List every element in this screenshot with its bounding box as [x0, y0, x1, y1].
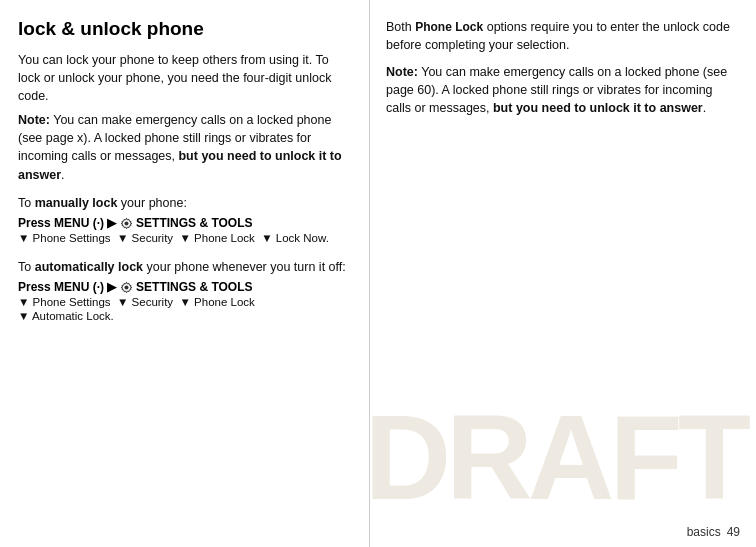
page-container: lock & unlock phone You can lock your ph…: [0, 0, 756, 547]
right-column: Both Phone Lock options require you to e…: [370, 0, 756, 547]
note-paragraph-1: Note: You can make emergency calls on a …: [18, 111, 353, 184]
page-footer: basics 49: [370, 517, 756, 547]
settings-label-2: SETTINGS & TOOLS: [136, 280, 252, 294]
menu-dot-2: (·): [93, 280, 104, 294]
page-number: 49: [727, 525, 740, 539]
right-note-paragraph: Note: You can make emergency calls on a …: [386, 63, 740, 117]
settings-label-1: SETTINGS & TOOLS: [136, 216, 252, 230]
gear-icon-1: [120, 217, 133, 230]
right-intro-text: Both: [386, 20, 415, 34]
press-menu-2: Press MENU: [18, 280, 89, 294]
breadcrumb-2b: ▼ Security: [117, 296, 173, 308]
page-title: lock & unlock phone: [18, 18, 353, 41]
intro-paragraph: You can lock your phone to keep others f…: [18, 51, 353, 105]
menu-line-2: Press MENU (·) ▶ SETTINGS & TOOLS: [18, 280, 353, 294]
breadcrumb-2d: ▼ Automatic Lock: [18, 310, 111, 322]
menu-arrow-1: ▶: [107, 216, 116, 230]
manual-to: To: [18, 196, 35, 210]
draft-watermark: DRAFT: [364, 397, 746, 517]
auto-to: To: [18, 260, 35, 274]
breadcrumb-1d: ▼ Lock Now: [261, 232, 325, 244]
auto-rest: your phone whenever you turn it off:: [143, 260, 346, 274]
manual-bold: manually lock: [35, 196, 118, 210]
left-column: lock & unlock phone You can lock your ph…: [0, 0, 370, 547]
note-label-right: Note:: [386, 65, 418, 79]
menu-dot-1: (·): [93, 216, 104, 230]
page-label: basics: [687, 525, 721, 539]
breadcrumb-1b: ▼ Security: [117, 232, 173, 244]
right-intro-paragraph: Both Phone Lock options require you to e…: [386, 18, 740, 55]
note-end-1: .: [61, 168, 64, 182]
manual-rest: your phone:: [117, 196, 187, 210]
breadcrumb-1c: ▼ Phone Lock: [180, 232, 255, 244]
auto-lock-intro: To automatically lock your phone wheneve…: [18, 258, 353, 276]
menu-arrow-2: ▶: [107, 280, 116, 294]
note-label-1: Note:: [18, 113, 50, 127]
manual-lock-intro: To manually lock your phone:: [18, 194, 353, 212]
press-menu-1: Press MENU: [18, 216, 89, 230]
auto-bold: automatically lock: [35, 260, 143, 274]
breadcrumb-2a: ▼ Phone Settings: [18, 296, 111, 308]
breadcrumb-row-2b: ▼ Automatic Lock.: [18, 310, 353, 322]
note-end-right: .: [703, 101, 706, 115]
breadcrumb-row-1: ▼ Phone Settings ▼ Security ▼ Phone Lock…: [18, 232, 353, 244]
breadcrumb-1a: ▼ Phone Settings: [18, 232, 111, 244]
menu-line-1: Press MENU (·) ▶ SETTINGS & TOOLS: [18, 216, 353, 230]
intro-text: You can lock your phone to keep others f…: [18, 53, 331, 103]
breadcrumb-2c: ▼ Phone Lock: [180, 296, 255, 308]
phone-lock-code: Phone Lock: [415, 20, 483, 34]
svg-point-1: [124, 286, 128, 290]
gear-icon-2: [120, 281, 133, 294]
svg-point-0: [124, 222, 128, 226]
breadcrumb-row-2: ▼ Phone Settings ▼ Security ▼ Phone Lock: [18, 296, 353, 308]
note-bold-right: but you need to unlock it to answer: [493, 101, 703, 115]
